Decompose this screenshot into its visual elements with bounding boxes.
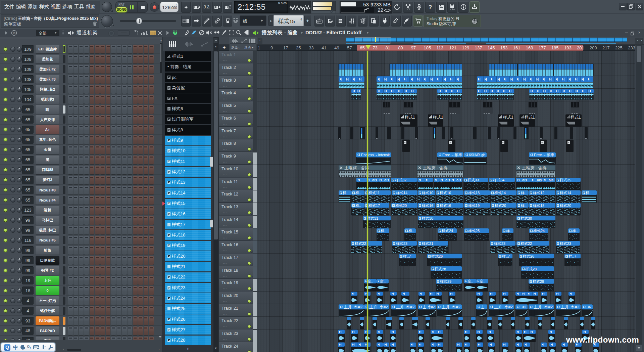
svg-text:样式26: 样式26 xyxy=(523,254,534,258)
svg-text:样式16: 样式16 xyxy=(422,204,433,208)
svg-text:样式14: 样式14 xyxy=(396,191,407,195)
svg-text:Free..- 频率: Free..- 频率 xyxy=(442,153,462,157)
svg-text:样式26: 样式26 xyxy=(431,254,443,258)
svg-text:样..: 样.. xyxy=(506,229,512,233)
svg-text:样式13: 样式13 xyxy=(468,191,480,195)
svg-text:上升..率#2: 上升..率#2 xyxy=(369,305,388,309)
svg-text:15: 15 xyxy=(13,32,15,34)
svg-text:上升..率#2: 上升..率#2 xyxy=(344,305,362,309)
svg-text:样式12: 样式12 xyxy=(533,191,544,195)
svg-text:样式28: 样式28 xyxy=(435,267,446,271)
svg-text:样式20: 样式20 xyxy=(560,204,571,208)
svg-text:样式24: 样式24 xyxy=(533,229,545,233)
svg-text:样..: 样.. xyxy=(521,191,527,195)
svg-text:样式21: 样式21 xyxy=(422,241,433,246)
svg-text:样式11: 样式11 xyxy=(368,191,380,195)
svg-text:样式28: 样式28 xyxy=(525,267,537,271)
svg-text:样式23: 样式23 xyxy=(560,241,571,246)
svg-text:样..: 样.. xyxy=(572,229,578,233)
svg-text:样式20: 样式20 xyxy=(495,204,506,208)
svg-text:Endless..- Intensit: Endless..- Intensit xyxy=(361,153,390,157)
svg-text:样式1: 样式1 xyxy=(503,115,513,120)
svg-text:样式10: 样式10 xyxy=(422,191,433,195)
svg-text:样式34: 样式34 xyxy=(493,178,504,182)
svg-text:样式29: 样式29 xyxy=(533,279,544,283)
svg-text:..als: ..als xyxy=(454,178,461,182)
svg-text:样式14: 样式14 xyxy=(494,191,506,195)
svg-text:上升..率#2: 上升..率#2 xyxy=(534,305,553,309)
svg-text:样..: 样.. xyxy=(343,191,348,195)
svg-text:样式30: 样式30 xyxy=(422,216,433,220)
svg-text:样式23: 样式23 xyxy=(494,241,505,246)
svg-text:样式29: 样式29 xyxy=(440,279,451,283)
svg-text:..als: ..als xyxy=(535,178,542,182)
svg-text:?: ? xyxy=(429,4,432,10)
svg-text:样式22: 样式22 xyxy=(521,241,532,246)
svg-text:样式1: 样式1 xyxy=(570,115,581,120)
svg-text:Free..- 频率: Free..- 频率 xyxy=(534,153,554,157)
svg-text:王唯旖 - 舍得: 王唯旖 - 舍得 xyxy=(423,166,448,170)
svg-text:样式16: 样式16 xyxy=(440,204,451,208)
svg-text:样式23: 样式23 xyxy=(396,241,407,246)
svg-text:样式18: 样式18 xyxy=(533,204,544,208)
svg-text:空..: 空.. xyxy=(467,279,473,283)
svg-text:王唯旖 - 舍得: 王唯旖 - 舍得 xyxy=(522,166,547,170)
svg-text:样..7: 样..7 xyxy=(403,254,411,258)
svg-text:样..: 样.. xyxy=(521,204,527,208)
svg-text:样式14: 样式14 xyxy=(560,191,571,195)
svg-text:样..: 样.. xyxy=(586,191,591,195)
svg-text:上升..率#2: 上升..率#2 xyxy=(396,305,414,309)
svg-text:样..: 样.. xyxy=(381,229,386,233)
svg-text:上..: 上.. xyxy=(481,305,486,309)
svg-text:样式24: 样式24 xyxy=(442,229,453,233)
svg-text:样..: 样.. xyxy=(355,204,361,208)
svg-text:样式25: 样式25 xyxy=(468,229,480,233)
svg-text:样式30: 样式30 xyxy=(521,216,532,220)
svg-text:样式1: 样式1 xyxy=(524,115,535,120)
svg-text:样式20: 样式20 xyxy=(395,204,407,208)
svg-text:..als: ..als xyxy=(370,178,377,182)
svg-text:上升..率#2: 上升..率#2 xyxy=(561,305,579,309)
svg-text:样式19: 样式19 xyxy=(468,204,480,208)
svg-text:样..7: 样..7 xyxy=(502,254,510,258)
svg-text:样式1: 样式1 xyxy=(433,115,443,120)
svg-text:空..: 空.. xyxy=(480,279,485,283)
svg-text:样式1: 样式1 xyxy=(404,115,415,120)
svg-text:样式10: 样式10 xyxy=(440,191,451,195)
svg-text:上..率#2: 上..率#2 xyxy=(423,305,435,309)
svg-text:样式33: 样式33 xyxy=(467,178,479,182)
svg-text:样..7: 样..7 xyxy=(568,254,576,258)
svg-text:..#2: ..#2 xyxy=(587,305,591,309)
svg-text:样式32: 样式32 xyxy=(395,178,406,182)
svg-text:空..: 空.. xyxy=(380,279,386,283)
svg-text:..als: ..als xyxy=(547,178,554,182)
svg-text:样式22: 样式22 xyxy=(355,241,366,246)
svg-text:..als: ..als xyxy=(443,178,450,182)
svg-text:KSHMR..gle: KSHMR..gle xyxy=(469,153,485,157)
svg-text:王唯旖 - 舍得: 王唯旖 - 舍得 xyxy=(344,166,369,170)
svg-text:上升..率#2: 上升..率#2 xyxy=(442,305,460,309)
svg-text:..als: ..als xyxy=(520,178,527,182)
svg-text:样..: 样.. xyxy=(408,229,414,233)
svg-text:..als: ..als xyxy=(382,178,389,182)
svg-text:样..: 样.. xyxy=(355,191,361,195)
svg-text:样式17: 样式17 xyxy=(368,204,380,208)
svg-text:上升..率#2: 上升..率#2 xyxy=(494,305,513,309)
svg-text:..#2: ..#2 xyxy=(521,305,526,309)
svg-text:样式35: 样式35 xyxy=(560,178,571,182)
